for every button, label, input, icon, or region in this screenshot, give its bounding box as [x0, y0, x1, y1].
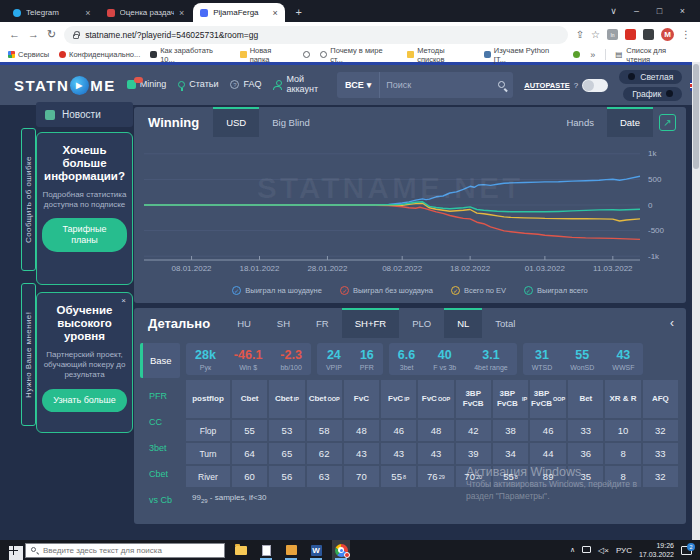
clock[interactable]: 19:26 17.03.2022 — [639, 541, 674, 559]
new-tab-button[interactable]: + — [291, 4, 307, 20]
bookmark-item[interactable]: Как заработать 10... — [150, 46, 229, 64]
kebab-menu-icon[interactable]: ⋮ — [681, 29, 691, 40]
detail-nav-base[interactable]: Base — [140, 343, 180, 378]
address-bar-icons: ⇪ ☆ In M ⋮ — [576, 28, 691, 41]
detail-nav-vs-cb[interactable]: vs Cb — [140, 487, 186, 513]
browser-tab[interactable]: Оценка раздач до NL10 | Фору× — [100, 3, 192, 22]
tab-date[interactable]: Date — [607, 107, 653, 137]
legend-item[interactable]: ✓Выиграл без шоудауна — [340, 286, 433, 295]
taskbar-search-input[interactable] — [41, 545, 219, 556]
help-icon[interactable]: ? — [574, 81, 578, 90]
bookmark-item[interactable]: Новая папка — [240, 46, 294, 64]
extension-icon[interactable] — [625, 29, 636, 40]
detail-nav-pfr[interactable]: PFR — [140, 383, 186, 409]
puzzle-icon[interactable] — [643, 29, 654, 40]
scrollbar[interactable] — [692, 62, 700, 540]
detail-nav-cbet[interactable]: Cbet — [140, 461, 186, 487]
volume-muted-icon[interactable]: ◁× — [598, 546, 609, 555]
chevron-down-icon[interactable]: ∨ — [602, 0, 625, 22]
report-error-tab[interactable]: Сообщить об ошибке — [21, 128, 36, 271]
tab-hands[interactable]: Hands — [553, 107, 606, 137]
tray-expand-icon[interactable]: ∧ — [570, 546, 575, 554]
detail-nav-cc[interactable]: CC — [140, 409, 186, 435]
nav-item-мой-аккаунт[interactable]: Мой аккаунт — [273, 75, 332, 95]
scrollbar-thumb[interactable] — [693, 64, 699, 169]
detail-nav-3bet[interactable]: 3bet — [140, 435, 186, 461]
tab-close-icon[interactable]: × — [273, 8, 278, 18]
opinion-tab[interactable]: Нужно Ваше мнение! — [21, 283, 36, 426]
bookmark-item[interactable] — [303, 51, 310, 58]
tariff-plans-button[interactable]: Тарифные планы — [42, 218, 127, 252]
autopaste-toggle[interactable] — [582, 79, 608, 92]
browser-tab[interactable]: PijamaFerga× — [193, 3, 285, 22]
search-icon[interactable] — [498, 81, 505, 88]
maximize-button[interactable]: □ — [648, 0, 671, 22]
learn-more-button[interactable]: Узнать больше — [42, 389, 127, 412]
autopaste-label[interactable]: AUTOPASTE — [524, 81, 570, 90]
tab-usd[interactable]: USD — [213, 107, 259, 137]
winning-line-chart[interactable]: 1k5000-500-1k08.01.202218.01.202228.01.2… — [140, 139, 680, 281]
tab-fr[interactable]: FR — [303, 308, 342, 338]
bookmark-star-icon[interactable]: ☆ — [591, 29, 600, 40]
omnibox[interactable]: statname.net/?playerid=546025731&room=gg — [64, 26, 567, 44]
bookmark-item[interactable]: Конфиденциально... — [59, 50, 140, 59]
close-icon[interactable]: × — [121, 296, 126, 305]
file-explorer-icon[interactable] — [232, 540, 250, 560]
legend-item[interactable]: ✓Всего по EV — [451, 286, 506, 295]
reload-icon[interactable]: ↻ — [47, 29, 56, 40]
extension-icon[interactable]: In — [607, 29, 618, 40]
network-icon[interactable] — [582, 546, 591, 553]
stat-label: Win $ — [234, 364, 263, 371]
back-icon[interactable]: ← — [9, 29, 20, 40]
table-header-cell: 3BP FvCBIP — [493, 380, 528, 418]
share-icon[interactable]: ⇪ — [576, 29, 584, 40]
sidebar-item-news[interactable]: Новости — [36, 102, 133, 127]
tab-nl[interactable]: NL — [444, 308, 482, 338]
collapse-icon[interactable]: ‹ — [670, 316, 674, 330]
document-app-icon[interactable] — [257, 540, 275, 560]
bookmark-item[interactable]: Сервисы — [8, 50, 49, 59]
notification-icon[interactable]: 2 — [681, 546, 692, 555]
bookmark-item[interactable]: Почему в мире ст... — [320, 46, 397, 64]
theme-toggle[interactable]: Светлая — [619, 70, 682, 84]
room-filter-select[interactable]: ВСЕ ▾ — [337, 72, 380, 98]
minimize-button[interactable]: – — [625, 0, 648, 22]
start-button-icon[interactable] — [9, 546, 18, 555]
tab-sh+fr[interactable]: SH+FR — [342, 308, 399, 338]
bookmark-item[interactable]: Изучаем Python [Т... — [484, 46, 563, 64]
close-button[interactable]: × — [671, 0, 694, 22]
nav-item-статьи[interactable]: Статьи — [178, 80, 218, 90]
nav-item-faq[interactable]: ?FAQ — [230, 80, 261, 90]
reading-list[interactable]: ▤ Список для чтения — [605, 49, 692, 60]
legend-item[interactable]: ✓Выиграл на шоудауне — [232, 286, 322, 295]
graph-toggle[interactable]: График — [623, 87, 682, 101]
bookmark-item[interactable]: Методы списков — [407, 46, 474, 64]
taskbar-search[interactable] — [25, 543, 225, 558]
legend-item[interactable]: ✓Выиграл всего — [524, 286, 588, 295]
forward-icon[interactable]: → — [28, 29, 39, 40]
chrome-icon[interactable] — [332, 540, 350, 560]
table-header-cell: Cbet — [232, 380, 267, 418]
language-indicator[interactable]: РУС — [616, 546, 632, 555]
tab-big-blind[interactable]: Big Blind — [259, 107, 323, 137]
stat-label: VPIP — [326, 364, 342, 371]
chart-panel-header: Winning USDBig Blind HandsDate ↗ — [134, 107, 686, 137]
expand-chart-icon[interactable]: ↗ — [659, 114, 676, 131]
mail-app-icon[interactable] — [282, 540, 300, 560]
avatar[interactable]: M — [661, 28, 674, 41]
tab-sh[interactable]: SH — [264, 308, 303, 338]
search-input[interactable] — [380, 80, 498, 90]
statname-logo[interactable]: STATN ▶ ME — [14, 76, 116, 95]
table-cell: 48 — [418, 420, 453, 441]
tab-total[interactable]: Total — [482, 308, 528, 338]
address-bar: ← → ↻ statname.net/?playerid=546025731&r… — [0, 22, 700, 47]
bookmarks-overflow-icon[interactable]: » — [590, 50, 595, 60]
browser-tab[interactable]: Telegram× — [6, 3, 98, 22]
tab-hu[interactable]: HU — [224, 308, 264, 338]
word-app-icon[interactable]: W — [307, 540, 325, 560]
tab-close-icon[interactable]: × — [179, 8, 184, 18]
bookmark-item[interactable] — [573, 51, 580, 58]
tab-plo[interactable]: PLO — [399, 308, 444, 338]
nav-item-mining[interactable]: Mining — [127, 80, 167, 90]
tab-close-icon[interactable]: × — [85, 8, 90, 18]
